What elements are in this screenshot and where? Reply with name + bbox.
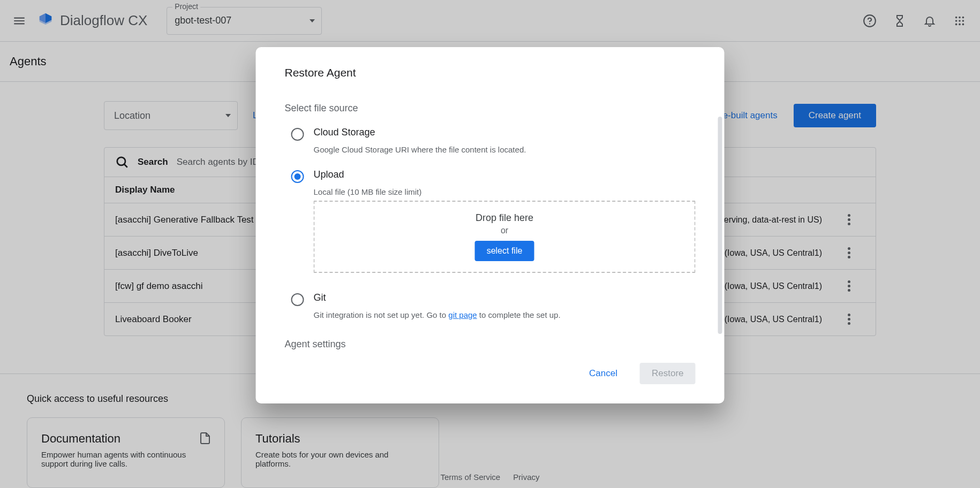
file-dropzone[interactable]: Drop file here or select file [314,201,696,273]
git-page-link[interactable]: git page [448,310,477,319]
radio-label: Git [314,292,326,303]
modal-scrollbar[interactable] [718,117,722,334]
git-desc: Git integration is not set up yet. Go to… [314,310,696,319]
modal-title: Restore Agent [285,66,696,79]
radio-icon [291,128,304,141]
radio-upload[interactable]: Upload [291,169,696,183]
radio-cloud-storage[interactable]: Cloud Storage [291,127,696,141]
radio-icon [291,170,304,183]
agent-settings-label: Agent settings [285,339,696,350]
dropzone-or: or [326,226,684,235]
file-source-label: Select file source [285,103,696,114]
select-file-button[interactable]: select file [475,241,534,261]
restore-button: Restore [640,363,696,384]
restore-agent-modal: Restore Agent Select file source Cloud S… [256,47,725,403]
radio-label: Cloud Storage [314,127,375,138]
cancel-button[interactable]: Cancel [577,363,629,384]
dropzone-text: Drop file here [326,212,684,224]
radio-label: Upload [314,169,344,180]
file-source-radio-group: Cloud Storage Google Cloud Storage URI w… [285,127,696,319]
modal-footer: Cancel Restore [285,363,696,384]
radio-desc: Google Cloud Storage URI where the file … [314,145,696,154]
radio-desc: Local file (10 MB file size limit) [314,187,696,196]
radio-git[interactable]: Git [291,292,696,306]
radio-icon [291,293,304,306]
